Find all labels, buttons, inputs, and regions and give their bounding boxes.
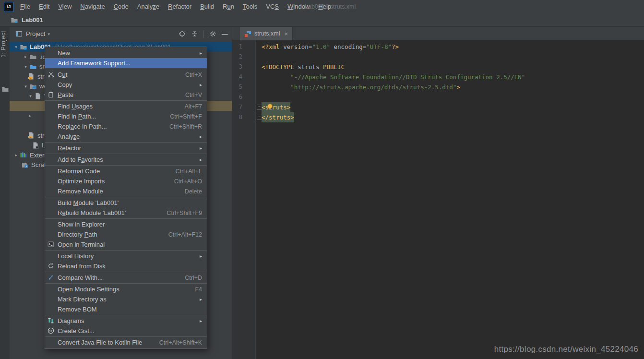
menu-file[interactable]: File bbox=[16, 0, 35, 13]
chevron-down-icon: ▾ bbox=[48, 32, 50, 36]
menu-item-create-gist[interactable]: Create Gist... bbox=[45, 326, 207, 336]
window-title: Lab001 - struts.xml bbox=[305, 0, 356, 13]
tool-window-stripe: 1: Project bbox=[0, 27, 10, 359]
menu-item-paste[interactable]: PasteCtrl+V bbox=[45, 90, 207, 100]
menu-tools[interactable]: Tools bbox=[239, 0, 262, 13]
code-line-6[interactable] bbox=[262, 92, 644, 102]
menu-item-compare-with[interactable]: Compare With...Ctrl+D bbox=[45, 273, 207, 283]
menu-code[interactable]: Code bbox=[109, 0, 133, 13]
code-line-3[interactable]: <!DOCTYPE struts PUBLIC bbox=[262, 62, 644, 72]
menu-item-label: Add to Favorites bbox=[58, 156, 103, 163]
menu-separator bbox=[45, 100, 207, 101]
chevron-down-icon[interactable]: ▾ bbox=[12, 45, 20, 49]
code-line-8[interactable]: </struts> bbox=[262, 112, 644, 122]
collapse-all-button[interactable] bbox=[191, 30, 198, 37]
close-tab-icon[interactable]: × bbox=[284, 31, 288, 37]
web-folder-icon bbox=[29, 83, 37, 90]
menu-item-shortcut: F4 bbox=[195, 286, 202, 293]
compare-icon bbox=[48, 274, 58, 281]
menu-item-shortcut: Ctrl+Alt+Shift+K bbox=[159, 339, 202, 346]
submenu-arrow-icon: ▸ bbox=[200, 145, 202, 151]
chevron-right-icon[interactable]: ▸ bbox=[12, 153, 20, 157]
menu-item-label: Refactor bbox=[58, 144, 81, 152]
project-panel-toolbar: — bbox=[179, 30, 228, 38]
intellij-window: IJ FileEditViewNavigateCodeAnalyzeRefact… bbox=[0, 0, 644, 359]
hide-panel-button[interactable]: — bbox=[222, 30, 228, 37]
menu-item-label: Remove BOM bbox=[58, 306, 97, 313]
menu-item-rebuild-module-lab001[interactable]: Rebuild Module 'Lab001'Ctrl+Shift+F9 bbox=[45, 208, 207, 218]
favorites-stripe-icon[interactable] bbox=[1, 85, 8, 92]
menu-analyze[interactable]: Analyze bbox=[133, 0, 164, 13]
menu-item-find-usages[interactable]: Find UsagesAlt+F7 bbox=[45, 101, 207, 111]
chevron-down-icon[interactable]: ▾ bbox=[22, 64, 29, 69]
menu-run[interactable]: Run bbox=[218, 0, 239, 13]
menu-navigate[interactable]: Navigate bbox=[76, 0, 109, 13]
menu-item-diagrams[interactable]: Diagrams▸ bbox=[45, 316, 207, 326]
menu-item-find-in-path[interactable]: Find in Path...Ctrl+Shift+F bbox=[45, 111, 207, 121]
project-tool-window-button[interactable]: 1: Project bbox=[0, 31, 10, 58]
intention-bulb-icon[interactable] bbox=[266, 103, 274, 110]
tab-struts-xml[interactable]: struts.xml × bbox=[240, 27, 293, 40]
icon-spacer bbox=[48, 252, 58, 260]
menu-item-add-framework-support[interactable]: Add Framework Support... bbox=[45, 58, 207, 68]
menu-item-new[interactable]: New▸ bbox=[45, 48, 207, 58]
menu-build[interactable]: Build bbox=[196, 0, 218, 13]
menu-item-label: Build Module 'Lab001' bbox=[58, 199, 119, 206]
icon-spacer bbox=[48, 123, 58, 130]
menu-item-replace-in-path[interactable]: Replace in Path...Ctrl+Shift+R bbox=[45, 121, 207, 132]
menu-item-reformat-code[interactable]: Reformat CodeCtrl+Alt+L bbox=[45, 166, 207, 176]
menu-separator bbox=[45, 272, 207, 272]
code-text: <!DOCTYPE struts PUBLIC bbox=[262, 62, 345, 72]
chevron-right-icon[interactable]: ▸ bbox=[26, 113, 34, 118]
menu-item-reload-from-disk[interactable]: Reload from Disk bbox=[45, 261, 207, 271]
code-line-7[interactable]: <struts> bbox=[262, 102, 644, 112]
menu-item-directory-path[interactable]: Directory PathCtrl+Alt+F12 bbox=[45, 229, 207, 239]
chevron-right-icon[interactable]: ▸ bbox=[22, 54, 29, 59]
menu-vcs[interactable]: VCS bbox=[262, 0, 283, 13]
icon-spacer bbox=[48, 339, 58, 346]
menu-edit[interactable]: Edit bbox=[35, 0, 54, 13]
menu-item-open-in-terminal[interactable]: Open in Terminal bbox=[45, 239, 207, 250]
menu-separator bbox=[45, 154, 207, 154]
code-line-1[interactable]: <?xml version="1.0" encoding="UTF-8"?> bbox=[262, 42, 644, 52]
menu-item-cut[interactable]: CutCtrl+X bbox=[45, 70, 207, 80]
menu-item-build-module-lab001[interactable]: Build Module 'Lab001' bbox=[45, 198, 207, 208]
toolbar-divider bbox=[203, 30, 204, 38]
menu-item-copy[interactable]: Copy▸ bbox=[45, 80, 207, 90]
menu-item-analyze[interactable]: Analyze▸ bbox=[45, 132, 207, 142]
menu-item-add-to-favorites[interactable]: Add to Favorites▸ bbox=[45, 155, 207, 165]
menu-refactor[interactable]: Refactor bbox=[164, 0, 196, 13]
menu-item-refactor[interactable]: Refactor▸ bbox=[45, 143, 207, 153]
project-view-selector[interactable]: Project bbox=[26, 30, 45, 37]
code-line-5[interactable]: "http://struts.apache.org/dtds/struts-2.… bbox=[262, 82, 644, 92]
menu-item-label: Cut bbox=[58, 71, 67, 78]
menu-item-mark-directory-as[interactable]: Mark Directory as▸ bbox=[45, 294, 207, 304]
module-icon bbox=[11, 16, 19, 24]
line-number: 3 bbox=[239, 62, 242, 72]
module-folder-icon bbox=[20, 43, 28, 51]
context-menu: New▸Add Framework Support...CutCtrl+XCop… bbox=[45, 47, 207, 349]
menu-view[interactable]: View bbox=[54, 0, 76, 13]
menu-item-open-module-settings[interactable]: Open Module SettingsF4 bbox=[45, 284, 207, 294]
tab-label: struts.xml bbox=[254, 30, 280, 37]
menu-item-convert-java-file-to-kotlin-file[interactable]: Convert Java File to Kotlin FileCtrl+Alt… bbox=[45, 337, 207, 347]
locate-file-button[interactable] bbox=[179, 30, 186, 37]
menu-separator bbox=[45, 336, 207, 337]
chevron-down-icon[interactable]: ▾ bbox=[27, 94, 34, 98]
editor-tab-bar: struts.xml × bbox=[232, 27, 644, 40]
editor-area[interactable]: 12345678 −− <?xml version="1.0" encoding… bbox=[232, 40, 644, 359]
line-number: 7 bbox=[239, 102, 242, 112]
menu-item-local-history[interactable]: Local History▸ bbox=[45, 251, 207, 261]
libraries-icon bbox=[20, 151, 28, 159]
menu-item-optimize-imports[interactable]: Optimize ImportsCtrl+Alt+O bbox=[45, 176, 207, 186]
settings-gear-button[interactable] bbox=[209, 30, 216, 37]
menu-item-remove-module[interactable]: Remove ModuleDelete bbox=[45, 186, 207, 196]
chevron-down-icon[interactable]: ▾ bbox=[22, 84, 29, 89]
menu-separator bbox=[45, 197, 207, 197]
code-line-4[interactable]: "-//Apache Software Foundation//DTD Stru… bbox=[262, 72, 644, 82]
breadcrumb[interactable]: Lab001 bbox=[22, 16, 43, 24]
menu-separator bbox=[45, 218, 207, 219]
code-line-2[interactable] bbox=[262, 52, 644, 62]
menu-item-show-in-explorer[interactable]: Show in Explorer bbox=[45, 219, 207, 229]
menu-item-remove-bom[interactable]: Remove BOM bbox=[45, 304, 207, 314]
